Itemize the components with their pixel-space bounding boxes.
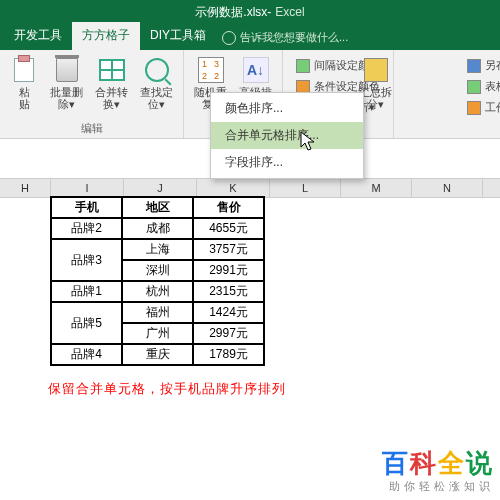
summary-icon: [364, 58, 388, 82]
column-headers: H I J K L M N: [0, 178, 500, 198]
worksheet-button[interactable]: 工作表▾: [464, 98, 500, 117]
watermark: 百科全说 助你轻松涨知识: [382, 446, 494, 494]
table-row: 品牌4重庆1789元: [51, 344, 264, 365]
sort-icon: A↓: [243, 57, 269, 83]
batch-delete-button[interactable]: 批量删 除▾: [46, 54, 87, 112]
instruction-note: 保留合并单元格，按手机品牌升序排列: [48, 380, 286, 398]
color-rows-icon: [296, 59, 310, 73]
lightbulb-icon: [222, 31, 236, 45]
merge-convert-button[interactable]: 合并转 换▾: [91, 54, 132, 112]
sheet-icon: [467, 101, 481, 115]
table-row: 品牌5福州1424元: [51, 302, 264, 323]
col-M[interactable]: M: [341, 179, 412, 197]
table-toc-button[interactable]: 表格目录: [464, 77, 500, 96]
th-phone: 手机: [51, 197, 122, 218]
find-locate-button[interactable]: 查找定 位▾: [136, 54, 177, 112]
data-table[interactable]: 手机 地区 售价 品牌2成都4655元 品牌3上海3757元 深圳2991元 品…: [50, 196, 265, 366]
table-row: 品牌3上海3757元: [51, 239, 264, 260]
app-name: Excel: [275, 5, 304, 19]
table-row: 品牌1杭州2315元: [51, 281, 264, 302]
menu-merged-cell-sort[interactable]: 合并单元格排序...: [211, 122, 363, 149]
save-sheet-button[interactable]: 另存本表: [464, 56, 500, 75]
th-region: 地区: [122, 197, 193, 218]
col-K[interactable]: K: [197, 179, 270, 197]
col-I[interactable]: I: [51, 179, 124, 197]
col-H[interactable]: H: [0, 179, 51, 197]
col-L[interactable]: L: [270, 179, 341, 197]
file-name: 示例数据.xlsx: [195, 4, 267, 21]
merge-icon: [99, 59, 125, 81]
col-N[interactable]: N: [412, 179, 483, 197]
ribbon-tabs: 开发工具 方方格子 DIY工具箱 告诉我您想要做什么...: [0, 24, 500, 50]
save-icon: [467, 59, 481, 73]
tab-diy-tools[interactable]: DIY工具箱: [140, 22, 216, 50]
group-label-edit: 编辑: [6, 119, 177, 136]
random-icon: 1322: [198, 57, 224, 83]
find-icon: [145, 58, 169, 82]
sort-dropdown-menu: 颜色排序... 合并单元格排序... 字段排序...: [210, 92, 364, 179]
delete-icon: [56, 58, 78, 82]
toc-icon: [467, 80, 481, 94]
tell-me[interactable]: 告诉我您想要做什么...: [216, 25, 354, 50]
th-price: 售价: [193, 197, 264, 218]
menu-color-sort[interactable]: 颜色排序...: [211, 95, 363, 122]
table-row: 品牌2成都4655元: [51, 218, 264, 239]
tab-fangfanggezi[interactable]: 方方格子: [72, 22, 140, 50]
tab-developer[interactable]: 开发工具: [4, 22, 72, 50]
paste-icon: [14, 58, 34, 82]
paste-button[interactable]: 粘 贴: [6, 54, 42, 112]
titlebar: 示例数据.xlsx - Excel: [0, 0, 500, 24]
col-J[interactable]: J: [124, 179, 197, 197]
menu-field-sort[interactable]: 字段排序...: [211, 149, 363, 176]
